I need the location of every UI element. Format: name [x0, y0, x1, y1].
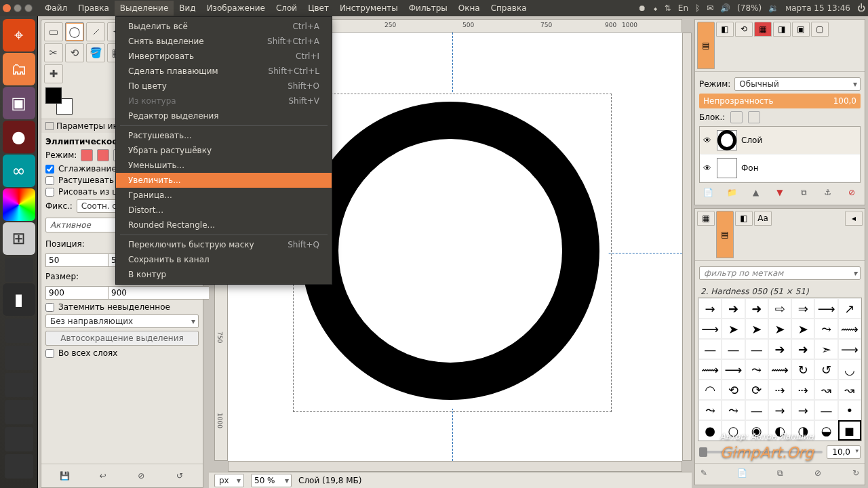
drawcenter-check[interactable]	[45, 188, 54, 197]
visibility-icon[interactable]: 👁	[703, 136, 713, 145]
size-h-input[interactable]	[108, 286, 216, 300]
menu-Файл[interactable]: Файл	[39, 1, 73, 16]
menu-Слой[interactable]: Слой	[271, 1, 302, 16]
calculator-icon[interactable]: ⊞	[3, 222, 35, 255]
ellipse-select-tool[interactable]: ◯	[65, 22, 84, 41]
brush-cell[interactable]: ⤳	[698, 400, 722, 420]
unit-combo[interactable]: px	[214, 474, 244, 487]
brush-cell[interactable]: ◡	[838, 359, 861, 380]
rect-select-tool[interactable]: ▭	[44, 22, 63, 41]
launcher-item[interactable]	[5, 373, 33, 397]
brush-tab[interactable]: ▦	[697, 211, 715, 226]
brush-cell[interactable]: ⟶	[698, 319, 722, 339]
spacing-value[interactable]: 10,0	[827, 445, 861, 459]
menuitem[interactable]: Увеличить...	[116, 173, 332, 188]
anchor-icon[interactable]: ⚓	[821, 186, 835, 199]
brush-cell[interactable]: ⇨	[768, 298, 791, 319]
brush-cell[interactable]: •	[838, 400, 861, 420]
menuitem[interactable]: Снять выделениеShift+Ctrl+A	[116, 34, 332, 49]
brush-cell[interactable]: ●	[698, 420, 722, 441]
brush-cell[interactable]: ⤳	[814, 319, 837, 339]
launcher-item[interactable]	[5, 258, 33, 282]
mode-replace[interactable]	[81, 149, 93, 161]
brush-cell[interactable]: ⤳	[745, 359, 768, 380]
darken-check[interactable]	[45, 303, 54, 312]
close-icon[interactable]	[3, 4, 11, 12]
antialias-check[interactable]	[45, 165, 54, 174]
menuitem[interactable]: По цветуShift+O	[116, 79, 332, 94]
down-icon[interactable]: ▼	[772, 186, 787, 199]
menuitem[interactable]: Сохранить в канал	[116, 252, 332, 267]
edit-brush-icon[interactable]: ✎	[696, 466, 711, 480]
menu-Цвет[interactable]: Цвет	[302, 1, 334, 16]
brush-cell[interactable]: ⇢	[768, 380, 791, 400]
brush-cell[interactable]: ⤳	[722, 400, 745, 420]
menuitem[interactable]: Переключить быструю маскуShift+Q	[116, 237, 332, 252]
bluetooth-icon[interactable]: ᛒ	[695, 3, 700, 13]
pointer-tab[interactable]: ▣	[792, 22, 810, 37]
scrollbar-horizontal[interactable]	[228, 461, 682, 472]
brush-cell[interactable]: ➜	[745, 298, 768, 319]
heal-tool[interactable]: ✚	[44, 64, 63, 83]
maximize-icon[interactable]	[24, 4, 33, 12]
brush-grid[interactable]: →➔➜⇨⇒⟶↗⟶➤➤➤➤⤳⟿———➔➜➣⟶⟿⟶⤳⟿↻↺◡◠⟲⟳⇢⇢↝↝⤳⤳—→→…	[698, 298, 862, 441]
menuitem[interactable]: Distort...	[116, 203, 332, 218]
brush-cell[interactable]: ➣	[814, 339, 837, 359]
paths-tab[interactable]: ⟲	[735, 22, 753, 37]
lang-indicator[interactable]: En	[678, 3, 688, 13]
brush-cell[interactable]: ⟿	[768, 359, 791, 380]
brush-cell[interactable]: →	[698, 298, 722, 319]
brush-cell[interactable]: ◼	[838, 420, 861, 441]
dup-brush-icon[interactable]: ⧉	[772, 466, 787, 480]
alllayers-check[interactable]	[45, 349, 54, 358]
mail-icon[interactable]: ✉	[707, 3, 713, 13]
brush-filter[interactable]: фильтр по меткам	[699, 266, 861, 280]
brush-cell[interactable]: ◑	[791, 420, 814, 441]
clock[interactable]: марта 15 13:46	[785, 3, 850, 13]
bucket-tool[interactable]: 🪣	[86, 43, 105, 62]
files-icon[interactable]: 🗂	[3, 53, 35, 85]
delete-layer-icon[interactable]: ⊘	[844, 186, 859, 199]
brush-cell[interactable]: ⟳	[745, 380, 768, 400]
menu-icon[interactable]: ◂	[845, 211, 863, 226]
lock-alpha-icon[interactable]	[748, 111, 760, 123]
brush-cell[interactable]: ⟲	[722, 380, 745, 400]
terminal-icon[interactable]: ▮	[3, 283, 35, 316]
new-layer-icon[interactable]: 📄	[701, 186, 715, 199]
reset-icon[interactable]: ↺	[172, 468, 187, 483]
layer-list[interactable]: 👁Слой👁Фон	[699, 126, 861, 183]
menu-Фильтры[interactable]: Фильтры	[403, 1, 453, 16]
brush-cell[interactable]: ➔	[722, 298, 745, 319]
brush-cell[interactable]: ⟿	[698, 359, 722, 380]
sound-icon[interactable]: 🔊	[720, 3, 730, 13]
menuitem[interactable]: Растушевать...	[116, 128, 332, 143]
layermode-combo[interactable]: Обычный	[734, 77, 861, 91]
menu-Инструменты[interactable]: Инструменты	[334, 1, 403, 16]
brush-cell[interactable]: —	[745, 400, 768, 420]
feather-check[interactable]	[45, 176, 54, 185]
brush-cell[interactable]: ◉	[745, 420, 768, 441]
revert-icon[interactable]: ↩	[96, 468, 111, 483]
brush-cell[interactable]: —	[745, 339, 768, 359]
brush-cell[interactable]: ○	[722, 420, 745, 441]
menu-Выделение[interactable]: Выделение	[115, 1, 174, 16]
brush-cell[interactable]: ⇢	[791, 380, 814, 400]
network-icon[interactable]: ⇅	[665, 3, 671, 13]
guides-combo[interactable]: Без направляющих	[45, 314, 199, 328]
duplicate-icon[interactable]: ⧉	[796, 186, 811, 199]
launcher-item[interactable]	[5, 400, 33, 424]
menuitem[interactable]: Граница...	[116, 188, 332, 203]
launcher-item[interactable]	[5, 427, 33, 451]
brush-cell[interactable]: ➤	[768, 319, 791, 339]
brush-cell[interactable]: ↺	[814, 359, 837, 380]
save-icon[interactable]: 💾	[57, 468, 72, 483]
brush-cell[interactable]: ◐	[768, 420, 791, 441]
spacing-slider[interactable]	[699, 451, 823, 453]
brush-cell[interactable]: —	[814, 400, 837, 420]
menu-Вид[interactable]: Вид	[174, 1, 201, 16]
channels-tab[interactable]: ◧	[716, 22, 734, 37]
crop-tool[interactable]: ✂	[44, 43, 63, 62]
lock-pixels-icon[interactable]	[730, 111, 743, 123]
autoshrink-button[interactable]: Автосокращение выделения	[45, 331, 199, 346]
brush-cell[interactable]: ➜	[791, 339, 814, 359]
